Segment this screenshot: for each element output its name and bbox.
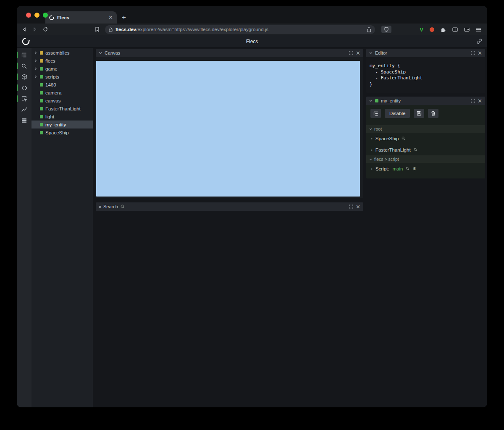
tree-item-camera[interactable]: camera <box>32 89 93 97</box>
chevron-down-icon[interactable] <box>369 52 373 54</box>
expand-icon[interactable] <box>471 99 475 103</box>
editor-code-area[interactable]: my_entity { - SpaceShip - FasterThanLigh… <box>366 57 485 93</box>
stats-chart-toggle[interactable] <box>17 104 32 115</box>
script-eval-icon[interactable]: ✱ <box>412 166 416 171</box>
search-toggle[interactable] <box>17 60 32 71</box>
right-column: Editor ✕ my_entity { - SpaceShip - Faste… <box>365 48 487 407</box>
tab-close-icon[interactable]: ✕ <box>108 15 113 20</box>
chevron-right-icon[interactable] <box>34 51 38 55</box>
close-panel-icon[interactable]: ✕ <box>478 50 482 56</box>
tree-item-my-entity[interactable]: my_entity <box>32 121 93 128</box>
canvas-toggle[interactable] <box>17 71 32 82</box>
entity-inspector-panel: my_entity ✕ Disable <box>366 97 485 178</box>
new-tab-button[interactable]: + <box>122 14 126 21</box>
brave-shield-icon[interactable] <box>381 26 391 33</box>
url-bar[interactable]: flecs.dev/explorer/?wasm=https://www.fle… <box>105 25 375 34</box>
tree-view-toggle[interactable] <box>17 50 32 60</box>
extensions-puzzle-icon[interactable] <box>441 27 446 32</box>
close-panel-icon[interactable]: ✕ <box>356 204 360 210</box>
page-title: Flecs <box>246 39 258 45</box>
close-panel-icon[interactable]: ✕ <box>478 98 482 104</box>
entity-color-square <box>40 83 43 87</box>
browser-window: Flecs ✕ + <box>17 6 487 407</box>
component-row-fasterthanlight[interactable]: • FasterThanLight <box>366 144 485 155</box>
save-button[interactable] <box>414 109 424 118</box>
bookmark-icon[interactable] <box>95 27 100 32</box>
back-button[interactable] <box>22 27 27 32</box>
component-search-icon[interactable] <box>406 167 410 170</box>
entity-color-square <box>40 131 43 134</box>
expand-icon[interactable] <box>471 51 475 55</box>
tree-item-assemblies[interactable]: assemblies <box>32 49 93 57</box>
entity-tree: assemblies flecs game scripts 1460 <box>32 48 93 407</box>
tree-item-light[interactable]: light <box>32 113 93 121</box>
section-title: flecs > script <box>374 157 399 162</box>
chevron-down-icon[interactable] <box>369 100 373 102</box>
main-column: Canvas ✕ Search ✕ <box>93 48 365 407</box>
chevron-right-icon[interactable] <box>34 75 38 79</box>
menu-icon[interactable] <box>476 27 481 32</box>
minimize-window-button[interactable] <box>34 13 39 18</box>
search-panel-header: Search ✕ <box>96 202 363 211</box>
close-panel-icon[interactable]: ✕ <box>356 50 360 56</box>
line-chart-icon <box>21 107 27 112</box>
code-line: } <box>370 81 482 88</box>
component-section-root[interactable]: root <box>366 125 485 133</box>
extension-v-icon[interactable]: V <box>420 27 423 32</box>
entity-toolbar: Disable <box>366 105 485 125</box>
script-value: main <box>392 166 403 171</box>
url-text: flecs.dev/explorer/?wasm=https://www.fle… <box>116 27 364 32</box>
tree-item-spaceship[interactable]: SpaceShip <box>32 128 93 136</box>
canvas-panel-title: Canvas <box>105 50 120 55</box>
entity-panel-header: my_entity ✕ <box>366 97 485 105</box>
component-row-spaceship[interactable]: • SpaceShip <box>366 133 485 144</box>
sidebar-toggle-icon[interactable] <box>452 27 458 32</box>
inspector-toggle[interactable] <box>17 93 32 104</box>
extension-red-icon[interactable] <box>430 27 434 32</box>
entity-color-square <box>40 99 43 102</box>
tree-item-game[interactable]: game <box>32 65 93 73</box>
tree-item-label: scripts <box>45 74 59 79</box>
chevron-down-icon[interactable] <box>99 52 102 54</box>
tree-item-label: canvas <box>45 98 60 103</box>
delete-button[interactable] <box>428 109 438 118</box>
code-line: my_entity { <box>370 63 482 69</box>
chevron-right-icon[interactable] <box>34 67 38 71</box>
search-panel-title: Search <box>103 204 118 209</box>
editor-toggle[interactable] <box>17 82 32 93</box>
component-row-script[interactable]: • Script: main ✱ <box>366 163 485 174</box>
tree-item-canvas[interactable]: canvas <box>32 97 93 105</box>
component-search-icon[interactable] <box>402 136 405 140</box>
browser-tab[interactable]: Flecs ✕ <box>45 11 117 24</box>
expand-icon[interactable] <box>349 51 353 55</box>
reload-button[interactable] <box>43 27 48 32</box>
share-link-icon[interactable] <box>477 39 482 44</box>
code-icon <box>21 86 27 90</box>
disable-button[interactable]: Disable <box>385 109 410 118</box>
tree-item-scripts[interactable]: scripts <box>32 73 93 81</box>
render-canvas[interactable] <box>96 61 360 197</box>
component-section-flecs-script[interactable]: flecs > script <box>366 155 485 163</box>
tab-bar: Flecs ✕ + <box>17 6 487 24</box>
close-window-button[interactable] <box>26 13 31 18</box>
tree-item-flecs[interactable]: flecs <box>32 57 93 65</box>
collapsed-panel-dot[interactable] <box>99 206 101 208</box>
tables-toggle[interactable] <box>17 115 32 126</box>
chevron-right-icon[interactable] <box>34 59 38 63</box>
expand-icon[interactable] <box>349 205 353 209</box>
tree-mode-button[interactable] <box>370 109 381 118</box>
search-icon <box>21 63 27 69</box>
zoom-window-button[interactable] <box>43 13 48 18</box>
entity-panel-body: Disable <box>366 105 485 178</box>
inspector-cursor-icon <box>21 96 27 102</box>
tree-item-fasterthanlight[interactable]: FasterThanLight <box>32 105 93 113</box>
wallet-icon[interactable] <box>464 27 470 32</box>
share-icon[interactable] <box>367 27 371 32</box>
component-search-icon[interactable] <box>414 148 417 152</box>
forward-button[interactable] <box>32 27 37 32</box>
tree-item-1460[interactable]: 1460 <box>32 81 93 89</box>
table-rows-icon <box>21 118 27 123</box>
editor-panel-title: Editor <box>375 50 387 55</box>
flecs-favicon-icon <box>49 15 54 20</box>
tree-item-label: game <box>45 66 58 71</box>
